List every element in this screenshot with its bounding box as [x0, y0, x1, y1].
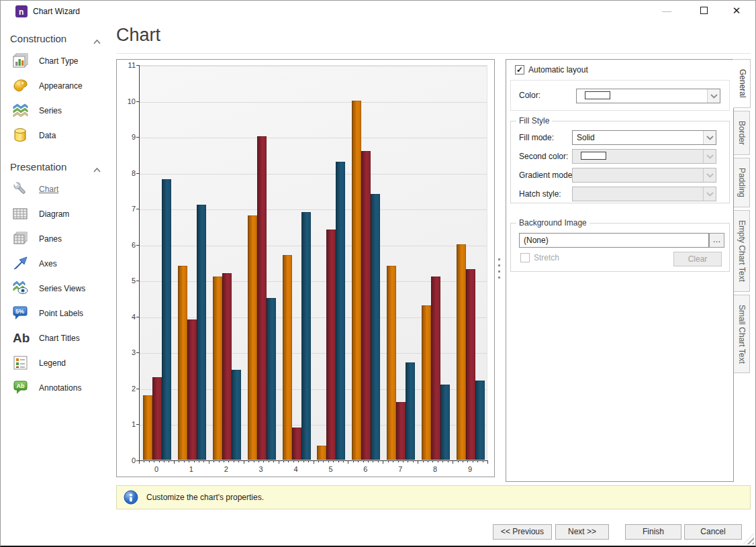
chevron-down-icon [703, 150, 716, 163]
window-title: Chart Wizard [33, 7, 80, 16]
tab-general[interactable]: General [733, 59, 751, 108]
bar-series2-x8 [431, 277, 440, 460]
x-minor-tick [254, 460, 254, 462]
series-icon [11, 101, 30, 119]
bar-series2-x6 [361, 151, 371, 460]
bar-series1-x1 [178, 266, 187, 460]
cancel-button[interactable]: Cancel [684, 524, 742, 540]
maximize-button[interactable] [689, 1, 718, 21]
x-minor-tick [288, 460, 289, 462]
bar-series3-x3 [267, 298, 276, 460]
x-minor-tick [398, 460, 399, 462]
tab-strip: GeneralBorderPaddingEmpty Chart TextSmal… [734, 59, 751, 376]
bar-series1-x0 [143, 395, 152, 460]
chart-titles-icon: Ab [11, 329, 30, 347]
sidebar-item-chart-type[interactable]: Chart Type [1, 48, 113, 73]
x-tick [348, 460, 348, 464]
sidebar-item-annotations[interactable]: AbAnnotations [1, 375, 113, 400]
previous-button[interactable]: << Previous [493, 524, 552, 540]
automatic-layout-label: Automatic layout [528, 65, 588, 74]
data-icon [11, 126, 30, 144]
tab-small-chart-text[interactable]: Small Chart Text [734, 295, 750, 374]
tab-border[interactable]: Border [734, 111, 750, 155]
y-tick-label: 2 [118, 385, 136, 393]
sidebar-item-chart-titles[interactable]: AbChart Titles [1, 326, 113, 350]
section-label: Presentation [10, 161, 66, 172]
color-combobox[interactable] [576, 89, 720, 103]
y-tick-label: 7 [118, 205, 136, 213]
sidebar-item-series[interactable]: Series [1, 98, 113, 123]
tab-padding[interactable]: Padding [734, 158, 750, 207]
bar-series3-x4 [301, 212, 311, 460]
bar-series3-x6 [371, 194, 380, 460]
chart-icon [11, 180, 30, 198]
tab-empty-chart-text[interactable]: Empty Chart Text [734, 210, 750, 292]
chevron-up-icon[interactable] [93, 164, 101, 170]
sidebar-item-axes[interactable]: Axes [1, 251, 113, 276]
x-minor-tick [149, 460, 150, 462]
y-tick-label: 0 [118, 456, 136, 464]
x-minor-tick [263, 460, 264, 462]
second-color-swatch [581, 152, 606, 160]
title-bar: n Chart Wizard — ✕ [1, 1, 755, 22]
bar-series3-x7 [406, 362, 415, 460]
x-minor-tick [373, 460, 373, 462]
x-minor-tick [393, 460, 393, 462]
y-tick [136, 245, 139, 246]
sidebar-item-label: Series [39, 106, 62, 115]
sidebar-item-series-views[interactable]: Series Views [1, 276, 113, 301]
info-icon [124, 490, 138, 505]
sidebar-item-appearance[interactable]: Appearance [1, 73, 113, 98]
bar-series2-x5 [326, 230, 336, 460]
x-tick-label: 4 [283, 465, 310, 473]
resize-grip-icon[interactable] [743, 534, 754, 544]
maximize-icon [700, 7, 708, 14]
browse-button[interactable]: … [709, 233, 724, 248]
y-tick-label: 9 [118, 133, 136, 141]
hatch-style-combobox [572, 187, 716, 201]
app-icon: n [15, 5, 28, 17]
fill-mode-combobox[interactable]: Solid [572, 130, 716, 145]
x-tick [244, 460, 244, 464]
x-tick [174, 460, 175, 464]
sidebar-item-chart[interactable]: Chart [1, 177, 113, 201]
color-group: Color: [510, 80, 730, 111]
x-tick [487, 460, 488, 464]
chevron-up-icon[interactable] [93, 36, 101, 42]
x-minor-tick [258, 460, 259, 462]
x-tick-label: 0 [143, 465, 170, 473]
sidebar-item-data[interactable]: Data [1, 123, 113, 148]
sidebar-item-label: Diagram [39, 209, 69, 219]
chevron-down-icon [703, 168, 716, 182]
bar-series1-x7 [387, 266, 396, 460]
x-minor-tick [169, 460, 169, 462]
bar-series1-x3 [248, 215, 257, 460]
sidebar-item-legend[interactable]: Legend [1, 350, 113, 375]
svg-text:Ab: Ab [13, 331, 30, 345]
bar-series3-x1 [197, 205, 206, 460]
x-minor-tick [388, 460, 389, 462]
background-image-field[interactable]: (None) [519, 233, 709, 248]
x-minor-tick [413, 460, 414, 462]
sidebar-item-panes[interactable]: Panes [1, 226, 113, 251]
sidebar-item-point-labels[interactable]: 5%Point Labels [1, 301, 113, 326]
x-minor-tick [363, 460, 364, 462]
panel-splitter-handle[interactable] [498, 258, 502, 279]
close-button[interactable]: ✕ [722, 1, 751, 21]
bar-series3-x0 [162, 179, 171, 460]
x-minor-tick [477, 460, 478, 462]
panes-icon [11, 230, 30, 248]
sidebar-item-diagram[interactable]: Diagram [1, 201, 113, 226]
automatic-layout-checkbox[interactable]: ✓ [515, 65, 524, 74]
x-tick [314, 460, 314, 464]
x-tick-label: 7 [387, 465, 414, 473]
next-button[interactable]: Next >> [555, 524, 609, 540]
x-tick-label: 2 [213, 465, 240, 473]
finish-button[interactable]: Finish [625, 524, 681, 540]
minimize-button[interactable]: — [652, 1, 681, 21]
x-minor-tick [448, 460, 448, 462]
x-minor-tick [164, 460, 164, 462]
fill-style-title: Fill Style [516, 116, 552, 126]
sidebar-item-label: Chart [39, 185, 58, 194]
chart-type-icon [11, 52, 30, 70]
